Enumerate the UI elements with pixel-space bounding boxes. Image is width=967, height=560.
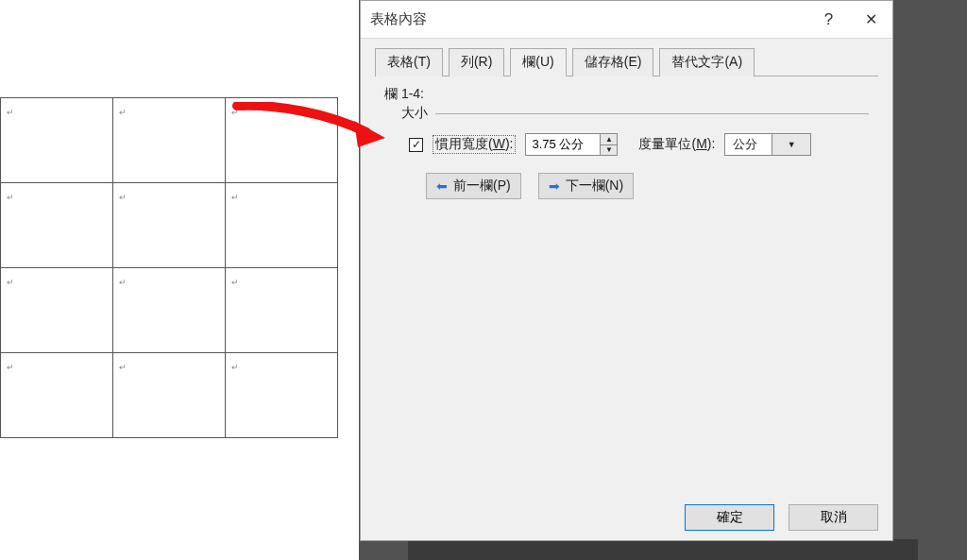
measure-units-dropdown[interactable]: 公分 ▼ (724, 133, 811, 156)
size-group-label: 大小 (401, 105, 428, 122)
arrow-right-icon: ➡ (549, 178, 560, 194)
chevron-down-icon[interactable]: ▼ (772, 134, 811, 155)
preferred-width-label: 慣用寬度(W): (433, 135, 516, 154)
divider (435, 113, 869, 114)
table-cell[interactable]: ↵ (226, 353, 338, 438)
preferred-width-checkbox[interactable]: ✓ (409, 138, 423, 152)
spinner-down-icon[interactable]: ▼ (601, 145, 617, 156)
column-panel: 欄 1-4: 大小 ✓ 慣用寬度(W): ▲ ▼ 度量 (361, 76, 892, 218)
measure-units-label: 度量單位(M): (638, 136, 715, 153)
help-button[interactable]: ? (807, 1, 850, 39)
dialog-footer: 確定 取消 (361, 495, 892, 540)
table-cell[interactable]: ↵ (113, 268, 226, 353)
table-cell[interactable]: ↵ (226, 98, 338, 183)
table-cell[interactable]: ↵ (1, 268, 113, 353)
tab-column[interactable]: 欄(U) (510, 48, 566, 76)
table-cell[interactable]: ↵ (226, 268, 338, 353)
paragraph-mark: ↵ (7, 108, 14, 117)
measure-units-value: 公分 (733, 136, 772, 153)
table-cell[interactable]: ↵ (226, 183, 338, 268)
tab-alt-text[interactable]: 替代文字(A) (659, 48, 755, 76)
preferred-width-input[interactable] (526, 134, 600, 155)
dialog-shadow (408, 539, 918, 560)
table-cell[interactable]: ↵ (1, 183, 113, 268)
next-column-button[interactable]: ➡ 下一欄(N) (538, 173, 634, 199)
cancel-button[interactable]: 取消 (789, 504, 878, 531)
tab-table[interactable]: 表格(T) (375, 48, 443, 76)
titlebar: 表格內容 ? ✕ (361, 1, 892, 39)
table-cell[interactable]: ↵ (1, 353, 113, 438)
spinner-up-icon[interactable]: ▲ (601, 134, 617, 145)
tab-row[interactable]: 列(R) (449, 48, 504, 76)
tab-cell[interactable]: 儲存格(E) (572, 48, 654, 76)
document-table: ↵ ↵ ↵ ↵ ↵ ↵ ↵ ↵ ↵ ↵ ↵ ↵ (0, 97, 338, 438)
help-icon: ? (824, 10, 833, 29)
tabs: 表格(T) 列(R) 欄(U) 儲存格(E) 替代文字(A) (375, 48, 878, 76)
table-cell[interactable]: ↵ (113, 353, 226, 438)
previous-column-button[interactable]: ⬅ 前一欄(P) (426, 173, 521, 199)
column-range-label: 欄 1-4: (384, 86, 869, 103)
table-cell[interactable]: ↵ (113, 98, 226, 183)
table-cell[interactable]: ↵ (113, 183, 226, 268)
document-background: ↵ ↵ ↵ ↵ ↵ ↵ ↵ ↵ ↵ ↵ ↵ ↵ (0, 0, 359, 560)
table-cell[interactable]: ↵ (1, 98, 113, 183)
close-button[interactable]: ✕ (850, 1, 892, 39)
dialog-title: 表格內容 (370, 10, 427, 28)
ok-button[interactable]: 確定 (685, 504, 774, 531)
preferred-width-spinner[interactable]: ▲ ▼ (525, 133, 618, 156)
close-icon: ✕ (865, 10, 877, 28)
arrow-left-icon: ⬅ (436, 178, 448, 194)
table-properties-dialog: 表格內容 ? ✕ 表格(T) 列(R) 欄(U) 儲存格(E) 替代文字(A) … (360, 0, 893, 541)
